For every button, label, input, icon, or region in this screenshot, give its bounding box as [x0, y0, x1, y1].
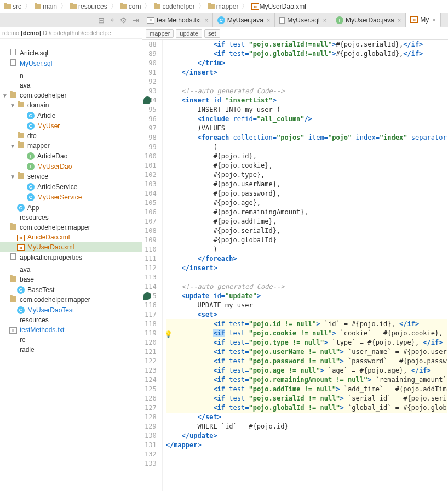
code-line[interactable]: <if test="pojo.addTime != null"> `add_ti… — [166, 385, 447, 394]
code-line[interactable]: <if test="pojo.globalId!=null">#{pojo.gl… — [166, 49, 447, 59]
breadcrumb-item[interactable]: com — [118, 3, 143, 10]
tree-item[interactable]: CArticleService — [0, 181, 142, 192]
code-line[interactable]: ( — [166, 142, 447, 152]
code-line[interactable]: #{pojo.serialId}, — [166, 226, 447, 236]
code-line[interactable]: <if test="pojo.type != null"> `type` = #… — [166, 338, 447, 347]
code-line[interactable]: <set> — [166, 310, 447, 319]
tree-item[interactable]: ≡testMethods.txt — [0, 325, 142, 335]
tree-item[interactable]: CApp — [0, 202, 142, 213]
code-line[interactable]: </update> — [166, 431, 447, 441]
code-content[interactable]: <if test="pojo.serialId!=null">#{pojo.se… — [163, 40, 447, 491]
gutter-bird-icon[interactable] — [143, 292, 151, 300]
tree-item[interactable]: application.properties — [0, 252, 142, 262]
code-line[interactable]: <if test="pojo.age != null"> `age` = #{p… — [166, 366, 447, 375]
code-line[interactable]: <!--auto generated Code--> — [166, 282, 447, 292]
code-line[interactable]: )VALUES — [166, 124, 447, 133]
code-line[interactable]: <if test="pojo.cookie != null"> `cookie`… — [166, 329, 447, 338]
code-line[interactable]: <insert id="insertList"> — [166, 96, 447, 105]
code-line[interactable]: <if test="pojo.serialId!=null">#{pojo.se… — [166, 40, 447, 49]
tree-item[interactable]: ava — [0, 265, 142, 275]
code-line[interactable]: </insert> — [166, 264, 447, 273]
tree-item[interactable]: ava — [0, 81, 142, 90]
gutter-bird-icon[interactable] — [143, 96, 151, 104]
code-line[interactable] — [166, 273, 447, 282]
code-line[interactable]: #{pojo.addTime}, — [166, 217, 447, 226]
tree-item[interactable]: re — [0, 335, 142, 345]
code-line[interactable]: #{pojo.remainingAmount}, — [166, 208, 447, 217]
tree-item[interactable]: ⬌MyUserDao.xml — [0, 242, 142, 252]
tree-item[interactable]: n — [0, 71, 142, 81]
code-line[interactable]: <update id="update"> — [166, 292, 447, 301]
code-line[interactable] — [166, 77, 447, 87]
code-line[interactable]: <if test="pojo.userName != null"> `user_… — [166, 347, 447, 357]
close-icon[interactable]: × — [432, 16, 435, 23]
breadcrumb-item[interactable]: src — [2, 3, 24, 10]
code-line[interactable]: <if test="pojo.serialId != null"> `seria… — [166, 394, 447, 403]
breadcrumb-item[interactable]: codehelper — [152, 3, 197, 10]
editor-tab[interactable]: ⬌My× — [406, 13, 440, 27]
tree-item[interactable]: base — [0, 275, 142, 284]
code-line[interactable]: <if test="pojo.globalId != null"> `globa… — [166, 403, 447, 413]
tree-item[interactable]: resources — [0, 213, 142, 222]
close-icon[interactable]: × — [267, 17, 270, 24]
code-line[interactable]: #{pojo.cookie}, — [166, 161, 447, 170]
code-line[interactable]: INSERT INTO my_user ( — [166, 105, 447, 115]
close-icon[interactable]: × — [204, 17, 208, 24]
code-line[interactable] — [166, 459, 447, 469]
expand-arrow-icon[interactable]: ▼ — [10, 143, 16, 149]
tree-item[interactable]: MyUser.sql — [0, 58, 142, 68]
code-line[interactable]: #{pojo.age}, — [166, 198, 447, 208]
code-line[interactable]: <if test="pojo.remainingAmount != null">… — [166, 375, 447, 385]
hide-icon[interactable]: ⇥ — [133, 16, 139, 25]
code-line[interactable]: <!--auto generated Code--> — [166, 87, 447, 96]
editor-nav-item[interactable]: update — [176, 29, 202, 38]
editor-tab[interactable]: ≡testMethods.txt× — [142, 13, 213, 27]
code-line[interactable]: WHERE `id` = #{pojo.id} — [166, 422, 447, 431]
editor-tab[interactable]: CMyUser.java× — [213, 13, 275, 27]
expand-arrow-icon[interactable]: ▼ — [2, 93, 9, 99]
code-line[interactable]: </trim> — [166, 59, 447, 68]
tree-item[interactable]: ▼domain — [0, 100, 142, 110]
code-line[interactable]: #{pojo.type}, — [166, 170, 447, 180]
tree-item[interactable]: resources — [0, 315, 142, 325]
code-line[interactable]: </foreach> — [166, 254, 447, 264]
breadcrumb-item[interactable]: resources — [68, 3, 110, 10]
code-line[interactable]: ) — [166, 245, 447, 254]
code-line[interactable]: #{pojo.userName}, — [166, 180, 447, 189]
close-icon[interactable]: × — [323, 17, 326, 24]
tree-item[interactable]: IArticleDao — [0, 151, 142, 161]
code-line[interactable]: <foreach collection="pojos" item="pojo" … — [166, 133, 447, 142]
editor-nav-item[interactable]: set — [204, 29, 220, 38]
editor-tab[interactable]: IMyUserDao.java× — [331, 13, 406, 27]
gear-icon[interactable]: ⚙ — [120, 16, 127, 25]
tree-item[interactable]: dto — [0, 131, 142, 141]
tree-item[interactable]: ▼service — [0, 172, 142, 181]
code-line[interactable]: #{pojo.password}, — [166, 189, 447, 198]
tree-item[interactable]: CMyUserService — [0, 192, 142, 202]
code-line[interactable]: <if test="pojo.id != null"> `id` = #{poj… — [166, 319, 447, 329]
tree-item[interactable]: CMyUserDaoTest — [0, 305, 142, 315]
code-line[interactable]: </set> — [166, 413, 447, 422]
tree-item[interactable]: CBaseTest — [0, 284, 142, 295]
tree-item[interactable]: ▼com.codehelper — [0, 90, 142, 100]
project-sidebar[interactable]: rdemo [demo] D:\code\github\codehelpe Ar… — [0, 27, 142, 491]
code-line[interactable]: </insert> — [166, 68, 447, 77]
collapse-icon[interactable]: ⊟ — [98, 16, 105, 25]
editor-nav-item[interactable]: mapper — [146, 29, 174, 38]
code-line[interactable]: <include refid="all_column"/> — [166, 115, 447, 124]
close-icon[interactable]: × — [398, 17, 401, 24]
tree-item[interactable]: CMyUser — [0, 121, 142, 131]
tree-item[interactable]: com.codehelper.mapper — [0, 222, 142, 232]
breadcrumb-item[interactable]: mapper — [206, 3, 241, 10]
tree-item[interactable]: ⬌ArticleDao.xml — [0, 232, 142, 242]
expand-arrow-icon[interactable]: ▼ — [10, 102, 16, 109]
code-line[interactable]: UPDATE my_user — [166, 301, 447, 310]
expand-arrow-icon[interactable]: ▼ — [10, 174, 16, 180]
tree-item[interactable]: ▼mapper — [0, 141, 142, 151]
editor-tab[interactable]: MyUser.sql× — [275, 13, 331, 27]
code-line[interactable]: #{pojo.id}, — [166, 152, 447, 161]
code-line[interactable]: #{pojo.globalId} — [166, 236, 447, 245]
breadcrumb-item[interactable]: ⬌ MyUserDao.xml — [249, 3, 308, 10]
code-line[interactable]: <if test="pojo.password != null"> `passw… — [166, 357, 447, 366]
tree-item[interactable]: com.codehelper.mapper — [0, 295, 142, 305]
